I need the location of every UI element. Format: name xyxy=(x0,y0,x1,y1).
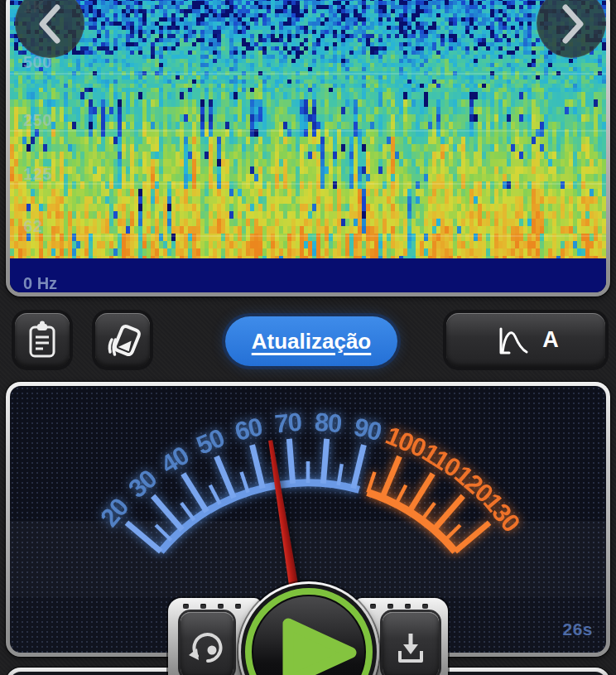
download-icon xyxy=(388,623,433,671)
display-mode-button[interactable] xyxy=(95,313,150,367)
gauge-tick xyxy=(422,503,435,520)
gauge-tick xyxy=(445,525,460,540)
gauge-tick xyxy=(396,485,406,504)
freq-axis-label: 125 xyxy=(23,165,52,184)
spectrogram-view[interactable]: 1K50025012562 0 Hz xyxy=(10,0,606,292)
gauge-tick xyxy=(217,456,234,498)
chevron-left-icon xyxy=(16,0,85,59)
clipboard-icon xyxy=(20,318,65,363)
freq-axis-label: 250 xyxy=(23,111,52,130)
freq-axis-label: 62 xyxy=(23,217,42,236)
gauge-tick xyxy=(383,456,400,498)
gauge-tick-label: 90 xyxy=(351,412,384,446)
update-button[interactable]: Atualização xyxy=(225,316,397,366)
next-page-button[interactable] xyxy=(537,0,606,58)
gauge-tick-label: 50 xyxy=(192,423,228,460)
gauge-tick xyxy=(156,525,171,540)
gauge-tick xyxy=(253,445,263,488)
rivet-dot xyxy=(183,604,189,609)
records-button[interactable] xyxy=(15,313,70,367)
gauge-tick xyxy=(354,445,364,488)
gauge-orange-scale: 100110120130 xyxy=(368,421,526,552)
reset-button[interactable] xyxy=(180,612,233,675)
rivet-dot xyxy=(405,604,411,609)
chevron-right-icon xyxy=(537,0,606,59)
response-curve-icon xyxy=(493,322,529,359)
gauge-tick xyxy=(210,485,220,504)
rivet-dot xyxy=(387,604,393,609)
save-button[interactable] xyxy=(383,612,439,675)
frequency-weighting-button[interactable]: A xyxy=(446,313,605,367)
rivet-dot xyxy=(422,604,428,609)
elapsed-time: 26s xyxy=(562,620,593,639)
gauge-tick xyxy=(409,474,432,512)
gauge-blue-scale: 2030405060708090 xyxy=(94,407,384,552)
gauge-tick xyxy=(368,472,374,493)
rivet-dot xyxy=(218,604,224,609)
spectrogram-canvas xyxy=(10,0,606,292)
rivet-dot xyxy=(200,604,206,609)
gauge-tick-label: 60 xyxy=(232,412,265,446)
play-button[interactable] xyxy=(238,581,379,675)
gauge-tick xyxy=(241,472,248,493)
restart-icon xyxy=(185,623,229,671)
gauge-tick xyxy=(323,439,326,484)
prev-page-button[interactable] xyxy=(15,0,84,58)
gauge-tick xyxy=(181,503,194,520)
gauge-tick xyxy=(289,439,292,484)
weighting-letter: A xyxy=(542,327,559,353)
gauge-tick-label: 70 xyxy=(273,407,302,438)
freq-axis-zero-label: 0 Hz xyxy=(23,274,57,293)
gauge-tick xyxy=(183,474,206,512)
gauge-tick-label: 80 xyxy=(314,407,343,438)
spectrogram-panel: 1K50025012562 0 Hz xyxy=(6,0,610,297)
rivet-dot xyxy=(235,604,241,609)
tilted-cards-icon xyxy=(100,318,145,363)
gauge-tick-label: 40 xyxy=(156,441,194,480)
